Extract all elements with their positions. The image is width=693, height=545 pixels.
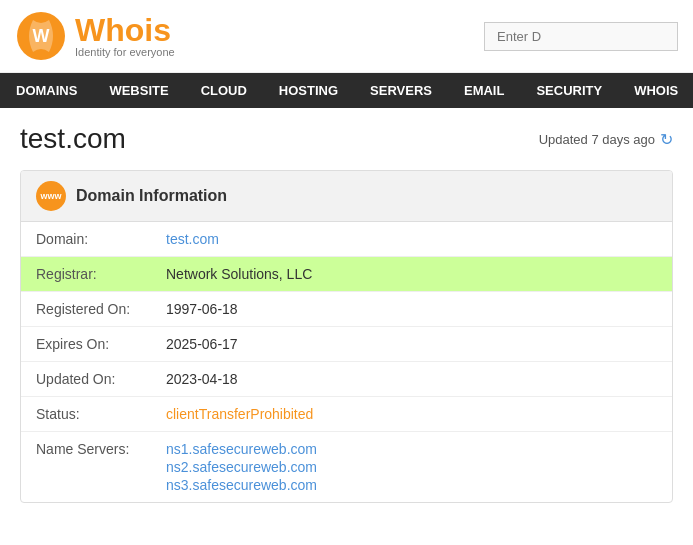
table-row: Status: clientTransferProhibited <box>21 397 672 432</box>
field-value: test.com <box>151 222 672 257</box>
nav-item-domains[interactable]: DOMAINS <box>0 73 93 108</box>
registrar-value: Network Solutions, LLC <box>166 266 312 282</box>
field-label: Registrar: <box>21 257 151 292</box>
nav-item-website[interactable]: WEBSITE <box>93 73 184 108</box>
www-icon: www <box>36 181 66 211</box>
domain-info-card: www Domain Information Domain: test.com … <box>20 170 673 503</box>
logo-whois-text: Whois <box>75 14 175 46</box>
nav-item-security[interactable]: SECURITY <box>520 73 618 108</box>
nameserver-2: ns2.safesecureweb.com <box>166 459 657 475</box>
field-value: ns1.safesecureweb.com ns2.safesecureweb.… <box>151 432 672 503</box>
table-row: Registrar: Network Solutions, LLC <box>21 257 672 292</box>
field-label: Name Servers: <box>21 432 151 503</box>
status-value: clientTransferProhibited <box>166 406 313 422</box>
logo-area: W Whois Identity for everyone <box>15 10 175 62</box>
domain-title: test.com <box>20 123 126 155</box>
refresh-icon[interactable]: ↻ <box>660 130 673 149</box>
logo-icon: W <box>15 10 67 62</box>
main-content: test.com Updated 7 days ago ↻ www Domain… <box>0 108 693 518</box>
field-value: clientTransferProhibited <box>151 397 672 432</box>
field-value: Network Solutions, LLC <box>151 257 672 292</box>
info-table: Domain: test.com Registrar: Network Solu… <box>21 222 672 502</box>
field-label: Expires On: <box>21 327 151 362</box>
nameserver-list: ns1.safesecureweb.com ns2.safesecureweb.… <box>166 441 657 493</box>
main-nav: DOMAINS WEBSITE CLOUD HOSTING SERVERS EM… <box>0 73 693 108</box>
header: W Whois Identity for everyone <box>0 0 693 73</box>
field-value: 1997-06-18 <box>151 292 672 327</box>
nav-item-hosting[interactable]: HOSTING <box>263 73 354 108</box>
search-input[interactable] <box>484 22 678 51</box>
card-header-title: Domain Information <box>76 187 227 205</box>
svg-text:W: W <box>33 26 50 46</box>
field-value: 2025-06-17 <box>151 327 672 362</box>
field-label: Registered On: <box>21 292 151 327</box>
nameserver-3: ns3.safesecureweb.com <box>166 477 657 493</box>
domain-value: test.com <box>166 231 219 247</box>
updated-text: Updated 7 days ago <box>539 132 655 147</box>
domain-title-row: test.com Updated 7 days ago ↻ <box>20 123 673 155</box>
logo-tagline-text: Identity for everyone <box>75 46 175 58</box>
nav-item-whois[interactable]: WHOIS <box>618 73 693 108</box>
www-label: www <box>40 191 61 201</box>
logo-text: Whois Identity for everyone <box>75 14 175 58</box>
info-card-header: www Domain Information <box>21 171 672 222</box>
nameserver-1: ns1.safesecureweb.com <box>166 441 657 457</box>
table-row: Domain: test.com <box>21 222 672 257</box>
field-label: Updated On: <box>21 362 151 397</box>
table-row: Name Servers: ns1.safesecureweb.com ns2.… <box>21 432 672 503</box>
table-row: Updated On: 2023-04-18 <box>21 362 672 397</box>
updated-info: Updated 7 days ago ↻ <box>539 130 673 149</box>
nav-item-cloud[interactable]: CLOUD <box>185 73 263 108</box>
field-value: 2023-04-18 <box>151 362 672 397</box>
nav-item-servers[interactable]: SERVERS <box>354 73 448 108</box>
field-label: Domain: <box>21 222 151 257</box>
field-label: Status: <box>21 397 151 432</box>
nav-item-email[interactable]: EMAIL <box>448 73 520 108</box>
table-row: Registered On: 1997-06-18 <box>21 292 672 327</box>
table-row: Expires On: 2025-06-17 <box>21 327 672 362</box>
